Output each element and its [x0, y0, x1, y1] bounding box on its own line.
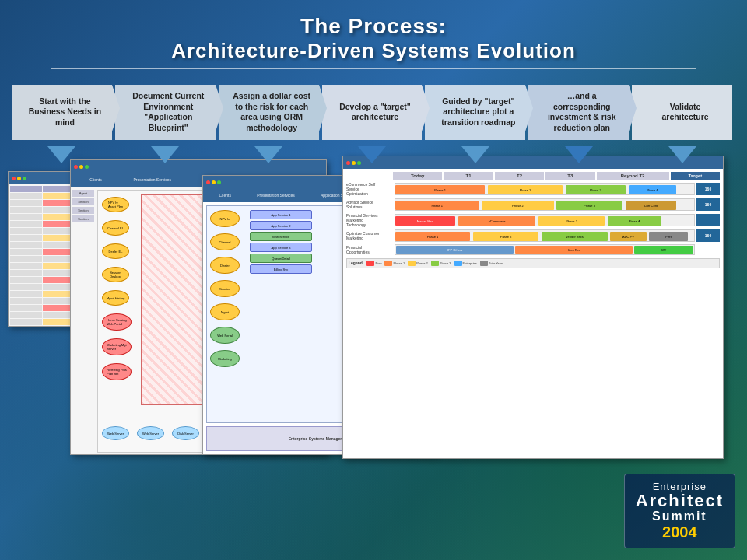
down-arrow-shape-7 [668, 146, 696, 163]
mockup-dot-red [12, 177, 16, 180]
step-2: Document Current Environment "Applicatio… [115, 85, 216, 140]
down-arrow-2 [115, 146, 216, 163]
mockup-dot-yellow-3 [212, 180, 216, 184]
down-arrow-shape-5 [461, 146, 489, 163]
mockup-dot-green-2 [85, 165, 89, 169]
down-arrow-shape-1 [47, 146, 75, 163]
mockup-dot-yellow-2 [79, 165, 83, 169]
logo-area: Enterprise Architect Summit 2004 [624, 474, 735, 548]
step-1: Start with the Business Needs in mind [12, 85, 112, 140]
title-underline [51, 68, 696, 69]
down-arrow-shape-4 [358, 146, 386, 163]
step-4: Develop a "target" architecture [322, 85, 423, 140]
down-arrow-shape-2 [151, 146, 179, 163]
title-line1: The Process: [16, 14, 731, 39]
mockup-dot-red-3 [206, 180, 210, 184]
logo-box: Enterprise Architect Summit 2004 [624, 474, 735, 548]
mockup-dot-yellow [17, 177, 21, 180]
step-5: Guided by "target" architecture plot a t… [425, 85, 525, 140]
mockup-dot-green [23, 177, 26, 180]
mockup-roadmap-content: Today T1 T2 T3 Beyond T2 Target eCommerc… [343, 169, 723, 458]
logo-summit-text: Summit [636, 509, 724, 523]
title-section: The Process: Architecture-Driven Systems… [0, 0, 747, 77]
down-arrow-5 [425, 146, 525, 163]
mockup-dot-green-3 [217, 180, 221, 184]
process-steps-row: Start with the Business Needs in mind Do… [0, 77, 747, 146]
down-arrow-4 [322, 146, 423, 163]
down-arrows-row [0, 146, 747, 163]
step-7: Validate architecture [632, 85, 732, 140]
down-arrow-1 [12, 146, 112, 163]
down-arrow-shape-6 [565, 146, 593, 163]
logo-year-text: 2004 [636, 523, 724, 541]
step-6: …and a corresponding investment & risk r… [528, 85, 629, 140]
down-arrow-3 [219, 146, 319, 163]
title-line2: Architecture-Driven Systems Evolution [16, 39, 731, 63]
mockup-dot-red-2 [74, 165, 78, 169]
mockup-roadmap: Today T1 T2 T3 Beyond T2 Target eCommerc… [342, 156, 724, 459]
down-arrow-7 [632, 146, 732, 163]
step-3: Assign a dollar cost to the risk for eac… [219, 85, 319, 140]
down-arrow-6 [528, 146, 629, 163]
logo-architect-text: Architect [636, 492, 724, 509]
down-arrow-shape-3 [254, 146, 282, 163]
